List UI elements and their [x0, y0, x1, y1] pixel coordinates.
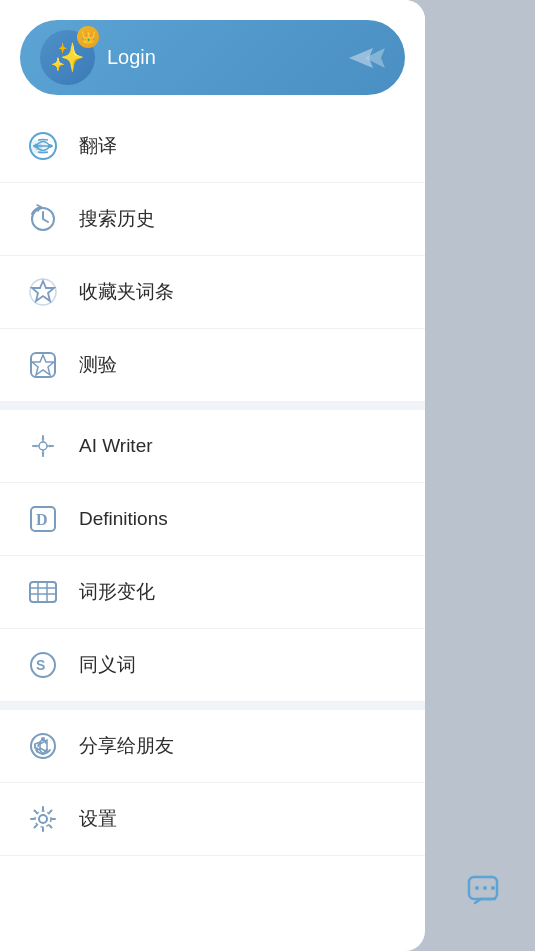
- share-label: 分享给朋友: [79, 733, 174, 759]
- menu-item-translate[interactable]: ... 翻译: [0, 110, 425, 183]
- ai-writer-icon: [25, 428, 61, 464]
- svg-point-32: [483, 886, 487, 890]
- translate-icon: ...: [25, 128, 61, 164]
- synonyms-icon: S: [25, 647, 61, 683]
- svg-marker-8: [32, 281, 54, 301]
- crown-icon: 👑: [81, 30, 96, 44]
- svg-point-3: [48, 144, 52, 148]
- menu-list: ... 翻译 搜索历史: [0, 110, 425, 951]
- menu-separator-2: [0, 702, 425, 710]
- share-icon: [25, 728, 61, 764]
- menu-item-synonyms[interactable]: S 同义词: [0, 629, 425, 702]
- definitions-icon: D: [25, 501, 61, 537]
- login-button[interactable]: ✨ 👑 Login: [20, 20, 405, 95]
- settings-icon: [25, 801, 61, 837]
- menu-item-definitions[interactable]: D Definitions: [0, 483, 425, 556]
- menu-item-conjugation[interactable]: 词形变化: [0, 556, 425, 629]
- conjugation-label: 词形变化: [79, 579, 155, 605]
- side-drawer: ✨ 👑 Login: [0, 0, 425, 951]
- svg-point-33: [491, 886, 495, 890]
- svg-marker-11: [32, 355, 54, 375]
- menu-separator-1: [0, 402, 425, 410]
- ai-writer-label: AI Writer: [79, 435, 153, 457]
- favorites-label: 收藏夹词条: [79, 279, 174, 305]
- svg-text:...: ...: [36, 144, 42, 151]
- menu-item-settings[interactable]: 设置: [0, 783, 425, 856]
- avatar-icon: ✨: [50, 41, 85, 74]
- synonyms-label: 同义词: [79, 652, 136, 678]
- menu-item-history[interactable]: 搜索历史: [0, 183, 425, 256]
- conjugation-icon: [25, 574, 61, 610]
- quiz-icon: [25, 347, 61, 383]
- svg-point-28: [39, 815, 47, 823]
- translate-label: 翻译: [79, 133, 117, 159]
- menu-item-ai-writer[interactable]: AI Writer: [0, 410, 425, 483]
- bottom-right-chat-icon[interactable]: [465, 871, 505, 911]
- favorites-icon: [25, 274, 61, 310]
- drawer-header: ✨ 👑 Login: [0, 0, 425, 110]
- menu-item-quiz[interactable]: 测验: [0, 329, 425, 402]
- history-label: 搜索历史: [79, 206, 155, 232]
- svg-text:S: S: [36, 657, 45, 673]
- settings-label: 设置: [79, 806, 117, 832]
- svg-point-12: [39, 442, 47, 450]
- crown-badge: 👑: [77, 26, 99, 48]
- definitions-label: Definitions: [79, 508, 168, 530]
- svg-rect-19: [30, 582, 56, 602]
- quiz-label: 测验: [79, 352, 117, 378]
- avatar-container: ✨ 👑: [40, 30, 95, 85]
- menu-item-favorites[interactable]: 收藏夹词条: [0, 256, 425, 329]
- menu-item-share[interactable]: 分享给朋友: [0, 710, 425, 783]
- svg-point-31: [475, 886, 479, 890]
- svg-point-29: [35, 811, 51, 827]
- svg-point-27: [41, 737, 45, 741]
- svg-text:D: D: [36, 511, 48, 528]
- arrow-right-icon: [340, 38, 390, 78]
- history-icon: [25, 201, 61, 237]
